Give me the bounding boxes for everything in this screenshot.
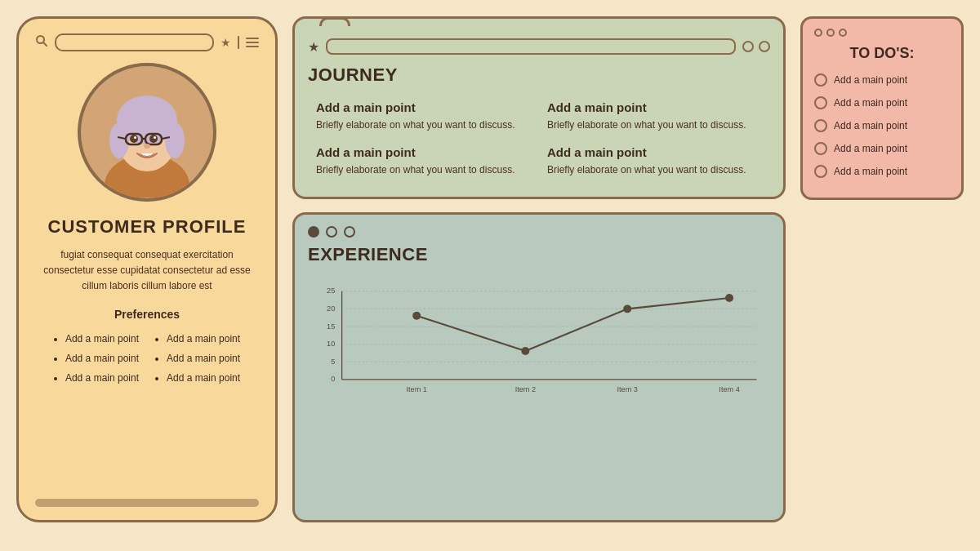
todo-label-3: Add a main point bbox=[834, 120, 907, 131]
avatar bbox=[78, 63, 216, 202]
journey-item-title: Add a main point bbox=[547, 100, 762, 114]
main-layout: ★ bbox=[16, 16, 964, 535]
svg-point-16 bbox=[144, 144, 150, 149]
journey-item: Add a main point Briefly elaborate on wh… bbox=[308, 139, 539, 184]
svg-point-35 bbox=[725, 294, 733, 302]
todo-dot-3 bbox=[839, 29, 847, 37]
svg-text:20: 20 bbox=[327, 304, 335, 313]
divider bbox=[238, 36, 239, 49]
svg-point-32 bbox=[412, 312, 421, 320]
svg-point-12 bbox=[130, 135, 138, 143]
list-item: Add a main point bbox=[65, 329, 139, 349]
svg-text:5: 5 bbox=[331, 358, 335, 366]
middle-column: ★ JOURNEY Add a main point Briefly elabo… bbox=[292, 16, 786, 522]
svg-point-34 bbox=[623, 304, 631, 313]
journey-item: Add a main point Briefly elaborate on wh… bbox=[539, 139, 770, 184]
experience-title: EXPERIENCE bbox=[308, 244, 770, 265]
journey-item-title: Add a main point bbox=[316, 145, 531, 159]
journey-item-desc: Briefly elaborate on what you want to di… bbox=[547, 118, 762, 132]
todo-dot-1 bbox=[814, 29, 822, 37]
todo-item: Add a main point bbox=[814, 142, 950, 155]
svg-text:15: 15 bbox=[327, 322, 335, 331]
journey-item: Add a main point Briefly elaborate on wh… bbox=[308, 94, 539, 139]
experience-chart: 0 5 10 15 20 25 bbox=[308, 273, 770, 404]
todo-label-5: Add a main point bbox=[834, 166, 907, 177]
todo-checkbox-2[interactable] bbox=[814, 96, 827, 109]
journey-item-title: Add a main point bbox=[547, 145, 762, 159]
todo-checkbox-1[interactable] bbox=[814, 73, 827, 87]
svg-text:25: 25 bbox=[327, 287, 335, 295]
dot-empty-2 bbox=[344, 226, 355, 238]
todo-item: Add a main point bbox=[814, 119, 950, 132]
svg-point-15 bbox=[154, 136, 156, 139]
journey-star-icon: ★ bbox=[308, 39, 319, 55]
profile-top-bar: ★ bbox=[35, 33, 259, 51]
svg-text:10: 10 bbox=[327, 340, 335, 348]
journey-title: JOURNEY bbox=[295, 61, 783, 94]
svg-point-33 bbox=[521, 347, 529, 355]
journey-item-title: Add a main point bbox=[316, 100, 531, 114]
dot-empty-1 bbox=[326, 226, 337, 238]
svg-point-8 bbox=[165, 122, 185, 158]
svg-text:Item 1: Item 1 bbox=[406, 385, 426, 393]
journey-circles bbox=[742, 41, 770, 52]
journey-panel: ★ JOURNEY Add a main point Briefly elabo… bbox=[292, 16, 786, 199]
list-item: Add a main point bbox=[167, 329, 240, 349]
preferences-col1: Add a main point Add a main point Add a … bbox=[54, 329, 139, 388]
svg-text:Item 3: Item 3 bbox=[617, 385, 638, 393]
exp-header-dots bbox=[308, 226, 770, 238]
todo-dot-2 bbox=[826, 29, 835, 37]
journey-item: Add a main point Briefly elaborate on wh… bbox=[539, 94, 770, 139]
list-item: Add a main point bbox=[167, 368, 240, 388]
journey-url-bar[interactable] bbox=[326, 38, 736, 55]
experience-panel: EXPERIENCE 0 5 10 15 20 25 bbox=[292, 212, 786, 522]
todo-top-dots bbox=[814, 29, 950, 37]
todo-label-1: Add a main point bbox=[834, 74, 907, 86]
todo-checkbox-5[interactable] bbox=[814, 165, 827, 178]
profile-panel: ★ bbox=[16, 16, 278, 522]
journey-item-desc: Briefly elaborate on what you want to di… bbox=[316, 118, 531, 132]
todo-panel: TO DO'S: Add a main point Add a main poi… bbox=[800, 16, 964, 200]
star-icon: ★ bbox=[220, 36, 231, 49]
profile-bottom-bar bbox=[35, 499, 259, 507]
todo-label-4: Add a main point bbox=[834, 143, 907, 154]
journey-header: ★ bbox=[295, 25, 783, 61]
todo-item: Add a main point bbox=[814, 96, 950, 109]
search-box[interactable] bbox=[55, 33, 214, 51]
todo-item: Add a main point bbox=[814, 165, 950, 178]
svg-point-14 bbox=[134, 136, 136, 139]
svg-point-13 bbox=[149, 135, 158, 143]
todo-label-2: Add a main point bbox=[834, 97, 907, 109]
dot-filled bbox=[308, 226, 319, 238]
list-item: Add a main point bbox=[167, 349, 240, 368]
todo-checkbox-4[interactable] bbox=[814, 142, 827, 155]
journey-grid: Add a main point Briefly elaborate on wh… bbox=[295, 94, 783, 197]
menu-icon bbox=[246, 38, 259, 47]
todo-item: Add a main point bbox=[814, 73, 950, 87]
svg-line-1 bbox=[43, 42, 47, 46]
circle-btn-1[interactable] bbox=[742, 41, 754, 52]
circle-btn-2[interactable] bbox=[759, 41, 770, 52]
journey-item-desc: Briefly elaborate on what you want to di… bbox=[547, 162, 762, 177]
preferences-col2: Add a main point Add a main point Add a … bbox=[155, 329, 240, 388]
preferences-list: Add a main point Add a main point Add a … bbox=[54, 329, 240, 388]
list-item: Add a main point bbox=[65, 349, 139, 368]
svg-text:Item 2: Item 2 bbox=[515, 385, 536, 393]
todo-checkbox-3[interactable] bbox=[814, 119, 827, 132]
journey-item-desc: Briefly elaborate on what you want to di… bbox=[316, 162, 531, 177]
journey-tab bbox=[319, 17, 350, 26]
svg-text:0: 0 bbox=[331, 375, 335, 383]
search-icon bbox=[35, 34, 48, 51]
todo-title: TO DO'S: bbox=[814, 45, 950, 62]
list-item: Add a main point bbox=[65, 368, 139, 388]
svg-text:Item 4: Item 4 bbox=[719, 385, 739, 393]
preferences-title: Preferences bbox=[114, 308, 180, 321]
profile-description: fugiat consequat consequat exercitation … bbox=[35, 247, 259, 295]
profile-title: CUSTOMER PROFILE bbox=[48, 216, 247, 238]
